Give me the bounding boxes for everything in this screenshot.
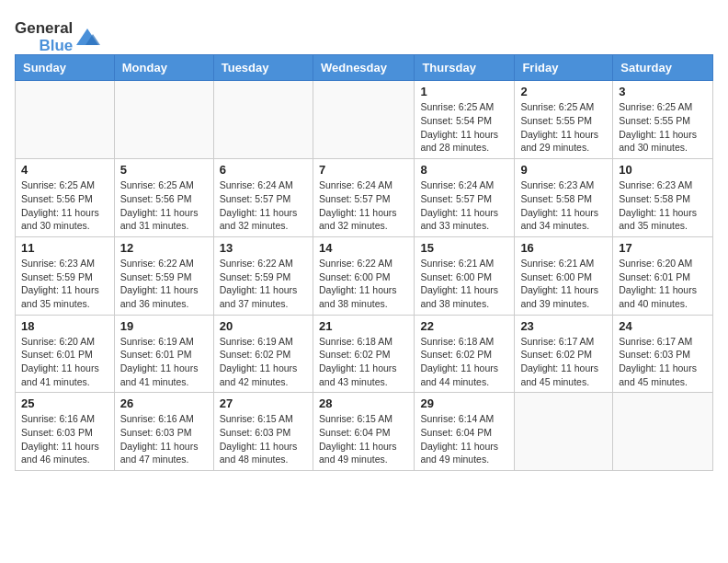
day-number: 13: [220, 241, 307, 255]
day-number: 3: [619, 85, 707, 98]
calendar-cell: 25Sunrise: 6:16 AM Sunset: 6:03 PM Dayli…: [16, 393, 115, 471]
calendar-cell: [213, 81, 313, 159]
day-info: Sunrise: 6:19 AM Sunset: 6:02 PM Dayligh…: [220, 335, 307, 389]
calendar-cell: 9Sunrise: 6:23 AM Sunset: 5:58 PM Daylig…: [515, 159, 613, 237]
day-number: 20: [220, 319, 307, 333]
day-number: 10: [619, 163, 707, 177]
calendar-cell: [16, 81, 115, 159]
day-info: Sunrise: 6:20 AM Sunset: 6:01 PM Dayligh…: [619, 257, 707, 311]
day-number: 1: [420, 85, 508, 98]
calendar-cell: 19Sunrise: 6:19 AM Sunset: 6:01 PM Dayli…: [114, 315, 213, 393]
calendar-cell: 5Sunrise: 6:25 AM Sunset: 5:56 PM Daylig…: [114, 159, 213, 237]
day-number: 26: [120, 396, 208, 410]
day-number: 8: [420, 163, 508, 177]
day-info: Sunrise: 6:16 AM Sunset: 6:03 PM Dayligh…: [21, 412, 108, 466]
calendar-week-1: 1Sunrise: 6:25 AM Sunset: 5:54 PM Daylig…: [16, 81, 713, 159]
logo-icon: [74, 25, 100, 51]
day-info: Sunrise: 6:14 AM Sunset: 6:04 PM Dayligh…: [420, 412, 508, 466]
day-info: Sunrise: 6:16 AM Sunset: 6:03 PM Dayligh…: [120, 412, 208, 466]
calendar-cell: 20Sunrise: 6:19 AM Sunset: 6:02 PM Dayli…: [213, 315, 313, 393]
day-info: Sunrise: 6:23 AM Sunset: 5:58 PM Dayligh…: [520, 178, 607, 233]
calendar-cell: 17Sunrise: 6:20 AM Sunset: 6:01 PM Dayli…: [613, 236, 713, 315]
calendar-header-sunday: Sunday: [16, 55, 115, 81]
day-info: Sunrise: 6:17 AM Sunset: 6:02 PM Dayligh…: [520, 335, 607, 389]
calendar-week-3: 11Sunrise: 6:23 AM Sunset: 5:59 PM Dayli…: [16, 236, 713, 315]
calendar-cell: 16Sunrise: 6:21 AM Sunset: 6:00 PM Dayli…: [515, 236, 613, 315]
day-number: 9: [520, 163, 607, 177]
day-info: Sunrise: 6:20 AM Sunset: 6:01 PM Dayligh…: [21, 335, 108, 389]
day-number: 15: [420, 241, 508, 255]
day-number: 25: [21, 396, 108, 410]
day-info: Sunrise: 6:23 AM Sunset: 5:59 PM Dayligh…: [21, 257, 108, 311]
calendar-cell: 8Sunrise: 6:24 AM Sunset: 5:57 PM Daylig…: [415, 159, 515, 237]
day-info: Sunrise: 6:25 AM Sunset: 5:55 PM Dayligh…: [619, 100, 707, 155]
day-info: Sunrise: 6:22 AM Sunset: 5:59 PM Dayligh…: [220, 257, 307, 311]
calendar-cell: 12Sunrise: 6:22 AM Sunset: 5:59 PM Dayli…: [114, 236, 213, 315]
day-number: 18: [21, 319, 108, 333]
day-number: 24: [619, 319, 707, 333]
day-number: 29: [420, 396, 508, 410]
calendar-cell: 28Sunrise: 6:15 AM Sunset: 6:04 PM Dayli…: [313, 393, 414, 471]
day-number: 11: [21, 241, 108, 255]
calendar-cell: 24Sunrise: 6:17 AM Sunset: 6:03 PM Dayli…: [613, 315, 713, 393]
calendar-header-tuesday: Tuesday: [213, 55, 313, 81]
day-info: Sunrise: 6:25 AM Sunset: 5:56 PM Dayligh…: [21, 178, 108, 233]
day-number: 7: [319, 163, 408, 177]
day-info: Sunrise: 6:15 AM Sunset: 6:04 PM Dayligh…: [319, 412, 408, 466]
calendar-header-thursday: Thursday: [415, 55, 515, 81]
day-info: Sunrise: 6:15 AM Sunset: 6:03 PM Dayligh…: [220, 412, 307, 466]
day-info: Sunrise: 6:21 AM Sunset: 6:00 PM Dayligh…: [420, 257, 508, 311]
calendar-cell: 18Sunrise: 6:20 AM Sunset: 6:01 PM Dayli…: [16, 315, 115, 393]
day-info: Sunrise: 6:19 AM Sunset: 6:01 PM Dayligh…: [120, 335, 208, 389]
day-info: Sunrise: 6:24 AM Sunset: 5:57 PM Dayligh…: [319, 178, 408, 233]
day-info: Sunrise: 6:25 AM Sunset: 5:55 PM Dayligh…: [520, 100, 607, 155]
day-number: 14: [319, 241, 408, 255]
day-number: 19: [120, 319, 208, 333]
calendar-week-2: 4Sunrise: 6:25 AM Sunset: 5:56 PM Daylig…: [16, 159, 713, 237]
day-info: Sunrise: 6:18 AM Sunset: 6:02 PM Dayligh…: [319, 335, 408, 389]
calendar-week-4: 18Sunrise: 6:20 AM Sunset: 6:01 PM Dayli…: [16, 315, 713, 393]
logo-line2: Blue: [39, 38, 73, 55]
day-number: 21: [319, 319, 408, 333]
calendar-cell: [114, 81, 213, 159]
calendar-cell: 10Sunrise: 6:23 AM Sunset: 5:58 PM Dayli…: [613, 159, 713, 237]
day-number: 16: [520, 241, 607, 255]
day-info: Sunrise: 6:17 AM Sunset: 6:03 PM Dayligh…: [619, 335, 707, 389]
calendar-cell: 4Sunrise: 6:25 AM Sunset: 5:56 PM Daylig…: [16, 159, 115, 237]
calendar-week-5: 25Sunrise: 6:16 AM Sunset: 6:03 PM Dayli…: [16, 393, 713, 471]
day-number: 12: [120, 241, 208, 255]
day-number: 23: [520, 319, 607, 333]
calendar-cell: 7Sunrise: 6:24 AM Sunset: 5:57 PM Daylig…: [313, 159, 414, 237]
calendar-header-monday: Monday: [114, 55, 213, 81]
calendar-cell: 2Sunrise: 6:25 AM Sunset: 5:55 PM Daylig…: [515, 81, 613, 159]
day-number: 2: [520, 85, 607, 98]
calendar-header-row: SundayMondayTuesdayWednesdayThursdayFrid…: [16, 55, 713, 81]
day-info: Sunrise: 6:24 AM Sunset: 5:57 PM Dayligh…: [220, 178, 307, 233]
day-number: 5: [120, 163, 208, 177]
calendar-table: SundayMondayTuesdayWednesdayThursdayFrid…: [15, 54, 713, 471]
calendar-cell: [613, 393, 713, 471]
day-number: 28: [319, 396, 408, 410]
calendar-header-friday: Friday: [515, 55, 613, 81]
calendar-cell: 22Sunrise: 6:18 AM Sunset: 6:02 PM Dayli…: [415, 315, 515, 393]
calendar-cell: 6Sunrise: 6:24 AM Sunset: 5:57 PM Daylig…: [213, 159, 313, 237]
day-info: Sunrise: 6:22 AM Sunset: 6:00 PM Dayligh…: [319, 257, 408, 311]
day-number: 22: [420, 319, 508, 333]
day-number: 27: [220, 396, 307, 410]
calendar-cell: 15Sunrise: 6:21 AM Sunset: 6:00 PM Dayli…: [415, 236, 515, 315]
day-number: 6: [220, 163, 307, 177]
day-info: Sunrise: 6:22 AM Sunset: 5:59 PM Dayligh…: [120, 257, 208, 311]
day-number: 17: [619, 241, 707, 255]
day-info: Sunrise: 6:24 AM Sunset: 5:57 PM Dayligh…: [420, 178, 508, 233]
calendar-header-wednesday: Wednesday: [313, 55, 414, 81]
calendar-cell: [313, 81, 414, 159]
calendar-cell: [515, 393, 613, 471]
calendar-cell: 29Sunrise: 6:14 AM Sunset: 6:04 PM Dayli…: [415, 393, 515, 471]
calendar-cell: 11Sunrise: 6:23 AM Sunset: 5:59 PM Dayli…: [16, 236, 115, 315]
day-number: 4: [21, 163, 108, 177]
logo: General Blue: [15, 20, 100, 54]
calendar-cell: 21Sunrise: 6:18 AM Sunset: 6:02 PM Dayli…: [313, 315, 414, 393]
calendar-cell: 1Sunrise: 6:25 AM Sunset: 5:54 PM Daylig…: [415, 81, 515, 159]
calendar-cell: 3Sunrise: 6:25 AM Sunset: 5:55 PM Daylig…: [613, 81, 713, 159]
logo-line1: General: [15, 20, 73, 38]
